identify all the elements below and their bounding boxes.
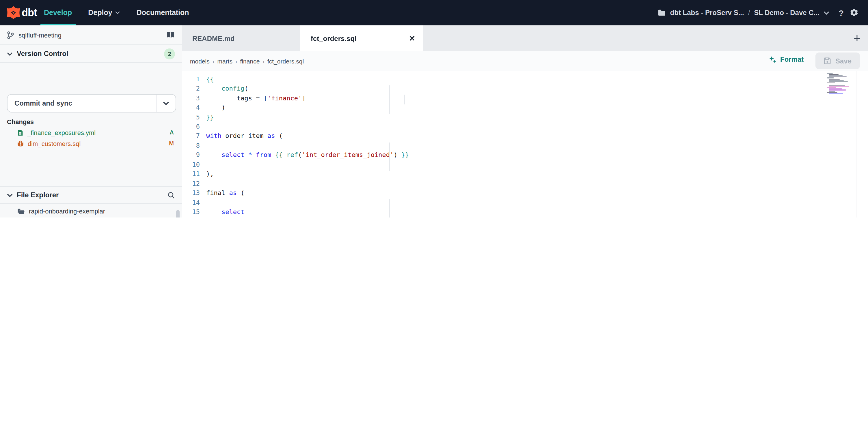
account-name: dbt Labs - ProServ S... <box>670 9 744 17</box>
breadcrumb-item[interactable]: fct_orders.sql <box>268 58 304 65</box>
code-line-7: 7with order_item as ( <box>182 131 868 141</box>
save-button[interactable]: Save <box>815 53 860 69</box>
new-tab-button[interactable]: + <box>849 31 865 45</box>
sparkle-icon <box>769 55 777 63</box>
git-status-letter: A <box>170 129 174 136</box>
code-line-3: 3 tags = ['finance'] <box>182 94 868 103</box>
breadcrumb-bar: models›marts›finance›fct_orders.sql Form… <box>182 52 868 71</box>
file-tree: rapid-onboarding-exemplaranalysisdbt_pac… <box>0 206 182 218</box>
file-tree-item-analysis[interactable]: analysis <box>0 216 182 218</box>
top-bar: dbt DevelopDeployDocumentation dbt Labs … <box>0 0 868 25</box>
help-icon[interactable]: ? <box>839 8 844 18</box>
changed-file-row[interactable]: dim_customers.sqlM <box>0 138 182 149</box>
close-tab-icon[interactable]: ✕ <box>409 34 415 43</box>
chevron-down-icon <box>7 193 13 197</box>
commit-options-chevron[interactable] <box>156 95 176 112</box>
code-line-4: 4 ) <box>182 103 868 112</box>
nav-documentation[interactable]: Documentation <box>136 0 189 25</box>
breadcrumb-item[interactable]: models <box>190 58 210 65</box>
code-line-13: 13final as ( <box>182 188 868 198</box>
breadcrumb-separator: › <box>262 58 265 64</box>
main-nav: DevelopDeployDocumentation <box>44 0 189 25</box>
code-line-10: 10 <box>182 160 868 169</box>
breadcrumb-item[interactable]: marts <box>217 58 232 65</box>
version-control-title: Version Control <box>17 49 68 58</box>
model-cube-icon <box>17 140 24 147</box>
dbt-cloud-ide: dbt DevelopDeployDocumentation dbt Labs … <box>0 0 868 218</box>
code-line-5: 5}} <box>182 112 868 122</box>
nav-develop[interactable]: Develop <box>44 0 72 25</box>
git-branch-icon <box>7 31 14 39</box>
changed-file-row[interactable]: _finance_exposures.ymlA <box>0 127 182 138</box>
version-control-header[interactable]: Version Control 2 <box>0 45 182 63</box>
file-explorer-title: File Explorer <box>17 191 59 199</box>
breadcrumb-separator: › <box>235 58 237 64</box>
branch-name: sqlfluff-meeting <box>19 31 62 38</box>
file-icon <box>17 129 23 136</box>
code-line-14: 14 <box>182 198 868 207</box>
code-line-9: 9 select * from {{ ref('int_order_items_… <box>182 150 868 160</box>
settings-gear-icon[interactable] <box>849 8 859 17</box>
code-line-15: 15 select <box>182 207 868 217</box>
save-floppy-icon <box>824 57 831 65</box>
format-button[interactable]: Format <box>769 55 804 63</box>
code-editor[interactable]: 1{{2 config(3 tags = ['finance']4 )5}}67… <box>182 71 868 218</box>
sidebar: sqlfluff-meeting Version Control 2 Commi… <box>0 25 183 218</box>
file-explorer-header[interactable]: File Explorer <box>0 186 182 204</box>
editor-tab-strip: README.md fct_orders.sql ✕ <box>182 25 868 52</box>
chevron-down-icon <box>7 52 13 56</box>
commit-and-sync-button[interactable]: Commit and sync <box>7 94 176 112</box>
changes-count-badge: 2 <box>164 48 175 59</box>
folder-open-icon <box>17 208 25 214</box>
code-line-16: 16 <box>182 217 868 218</box>
changes-list: _finance_exposures.ymlAdim_customers.sql… <box>0 127 182 149</box>
git-status-letter: M <box>169 140 174 146</box>
code-line-12: 12 <box>182 179 868 188</box>
tab-fct-orders[interactable]: fct_orders.sql ✕ <box>300 25 423 52</box>
breadcrumb-separator: › <box>213 58 215 64</box>
breadcrumb-item[interactable]: finance <box>240 58 260 65</box>
changes-label: Changes <box>7 118 34 125</box>
dbt-logo[interactable]: dbt <box>7 5 37 20</box>
docs-book-icon[interactable] <box>166 31 175 39</box>
code-line-11: 11), <box>182 169 868 179</box>
chevron-down-icon <box>115 11 120 14</box>
git-branch-row[interactable]: sqlfluff-meeting <box>0 25 182 45</box>
top-right-controls: dbt Labs - ProServ S... / SL Demo - Dave… <box>658 8 859 18</box>
code-line-2: 2 config( <box>182 84 868 94</box>
nav-deploy[interactable]: Deploy <box>88 0 120 25</box>
breadcrumb: models›marts›finance›fct_orders.sql <box>190 58 304 65</box>
chevron-down-icon <box>824 11 829 15</box>
dbt-logo-icon <box>7 5 20 20</box>
account-project-switcher[interactable]: dbt Labs - ProServ S... / SL Demo - Dave… <box>658 9 829 17</box>
file-tree-scrollbar[interactable] <box>176 210 180 218</box>
code-line-8: 8 <box>182 141 868 150</box>
code-line-1: 1{{ <box>182 74 868 84</box>
folder-icon <box>658 9 666 16</box>
code-line-6: 6 <box>182 122 868 132</box>
file-tree-item-rapid-onboarding-exemplar[interactable]: rapid-onboarding-exemplar <box>0 206 182 216</box>
tab-readme[interactable]: README.md <box>182 25 300 52</box>
search-icon[interactable] <box>167 191 175 199</box>
project-name: SL Demo - Dave C... <box>754 9 819 17</box>
